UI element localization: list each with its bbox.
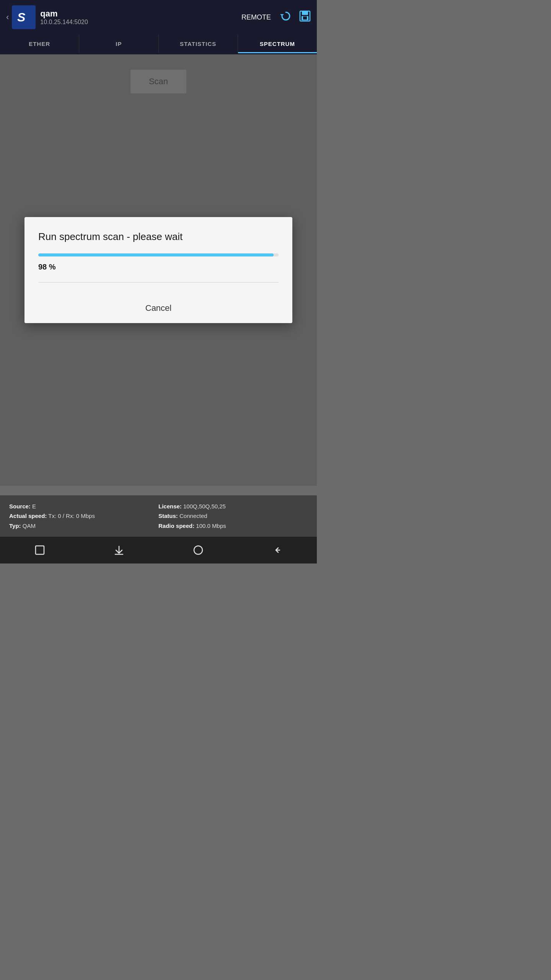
svg-marker-2: [280, 14, 284, 16]
home-icon[interactable]: [189, 541, 208, 560]
license-value: 100Q,50Q,50,25: [183, 503, 226, 510]
svg-rect-6: [303, 16, 307, 20]
app-header: ‹ S qam 10.0.25.144:5020 REMOTE: [0, 0, 317, 34]
main-content: Scan Run spectrum scan - please wait 98 …: [0, 54, 317, 486]
typ-label: Typ:: [9, 523, 21, 529]
actual-speed-label: Actual speed:: [9, 513, 47, 519]
app-logo: S: [12, 5, 36, 29]
status-radio-speed: Radio speed: 100.0 Mbps: [158, 521, 308, 531]
bottom-nav: [0, 537, 317, 564]
status-actual-speed: Actual speed: Tx: 0 / Rx: 0 Mbps: [9, 511, 158, 521]
svg-text:S: S: [17, 10, 26, 24]
progress-bar-fill: [38, 253, 274, 256]
status-value: Connected: [179, 513, 207, 519]
progress-dialog: Run spectrum scan - please wait 98 % Can…: [24, 217, 292, 323]
progress-percent: 98 %: [38, 263, 279, 271]
back-arrow-icon[interactable]: ‹: [6, 12, 9, 22]
tab-bar: ETHER IP STATISTICS SPECTRUM: [0, 34, 317, 54]
status-typ: Typ: QAM: [9, 521, 158, 531]
refresh-icon[interactable]: [280, 10, 292, 24]
source-label: Source:: [9, 503, 31, 510]
status-right: License: 100Q,50Q,50,25 Status: Connecte…: [158, 501, 308, 531]
tab-ip[interactable]: IP: [79, 34, 158, 53]
radio-speed-label: Radio speed:: [158, 523, 194, 529]
status-left: Source: E Actual speed: Tx: 0 / Rx: 0 Mb…: [9, 501, 158, 531]
status-connected: Status: Connected: [158, 511, 308, 521]
source-value: E: [32, 503, 36, 510]
header-icons: [280, 10, 311, 24]
square-icon[interactable]: [30, 541, 49, 560]
status-license: License: 100Q,50Q,50,25: [158, 501, 308, 511]
tab-ether[interactable]: ETHER: [0, 34, 79, 53]
actual-speed-value: Tx: 0 / Rx: 0 Mbps: [48, 513, 95, 519]
license-label: License:: [158, 503, 182, 510]
typ-value: QAM: [23, 523, 36, 529]
status-source: Source: E: [9, 501, 158, 511]
radio-speed-value: 100.0 Mbps: [196, 523, 226, 529]
app-name: qam: [40, 9, 241, 19]
svg-rect-7: [36, 546, 44, 554]
download-icon[interactable]: [109, 541, 129, 560]
back-nav-icon[interactable]: [268, 541, 287, 560]
save-icon[interactable]: [299, 10, 311, 24]
svg-rect-4: [302, 11, 308, 15]
progress-bar-container: [38, 253, 279, 256]
tab-statistics[interactable]: STATISTICS: [159, 34, 238, 53]
svg-point-8: [194, 546, 202, 554]
ip-address: 10.0.25.144:5020: [40, 19, 241, 26]
dialog-body: Run spectrum scan - please wait 98 %: [24, 217, 292, 293]
cancel-button[interactable]: Cancel: [130, 299, 187, 317]
status-bar: Source: E Actual speed: Tx: 0 / Rx: 0 Mb…: [0, 495, 317, 537]
dialog-actions: Cancel: [24, 293, 292, 323]
dialog-title: Run spectrum scan - please wait: [38, 231, 279, 243]
dialog-overlay: Run spectrum scan - please wait 98 % Can…: [0, 54, 317, 486]
header-title-group: qam 10.0.25.144:5020: [40, 9, 241, 26]
status-label: Status:: [158, 513, 178, 519]
remote-label: REMOTE: [241, 13, 271, 21]
tab-spectrum[interactable]: SPECTRUM: [238, 34, 317, 53]
dialog-divider: [38, 282, 279, 283]
